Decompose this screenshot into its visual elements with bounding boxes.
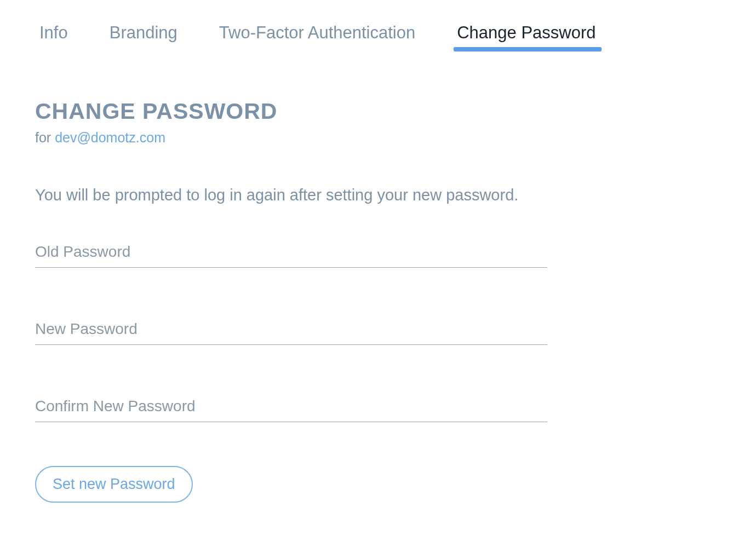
old-password-field[interactable] <box>35 239 547 268</box>
subtitle-prefix: for <box>35 130 55 145</box>
tabs-nav: Info Branding Two-Factor Authentication … <box>0 0 756 49</box>
account-email[interactable]: dev@domotz.com <box>55 130 165 145</box>
confirm-password-field[interactable] <box>35 393 547 422</box>
new-password-field[interactable] <box>35 316 547 345</box>
tab-info[interactable]: Info <box>39 23 68 49</box>
old-password-field-wrapper <box>35 239 547 268</box>
tab-two-factor[interactable]: Two-Factor Authentication <box>219 23 415 49</box>
set-new-password-button[interactable]: Set new Password <box>35 466 193 503</box>
new-password-field-wrapper <box>35 316 547 345</box>
change-password-form: Set new Password <box>35 239 547 503</box>
page-title: CHANGE PASSWORD <box>35 99 717 124</box>
tab-branding[interactable]: Branding <box>110 23 177 49</box>
info-text: You will be prompted to log in again aft… <box>35 185 717 206</box>
tab-change-password[interactable]: Change Password <box>457 23 595 49</box>
page-subtitle: for dev@domotz.com <box>35 130 717 146</box>
content-area: CHANGE PASSWORD for dev@domotz.com You w… <box>0 49 756 503</box>
confirm-password-field-wrapper <box>35 393 547 422</box>
